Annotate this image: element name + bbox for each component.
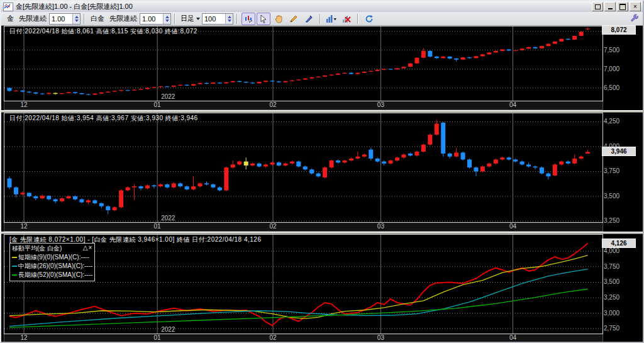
toolbar-separator	[319, 14, 321, 24]
month-label: 02	[265, 223, 280, 230]
bar-count-value: 100	[203, 15, 225, 23]
refresh-icon[interactable]	[362, 13, 376, 25]
trend-pen-icon[interactable]	[302, 13, 316, 25]
spin-up-icon[interactable]	[228, 16, 231, 18]
legend-title: 移動平均(金 白金)	[12, 244, 62, 253]
bar-count-spinner[interactable]: 100	[202, 13, 233, 25]
gold-multiplier-value: 1.00	[50, 15, 72, 23]
year-label: 2022	[161, 326, 175, 333]
gold-symbol-label: 金	[7, 14, 14, 23]
spread-line	[9, 244, 588, 326]
month-label: 12	[16, 101, 31, 108]
month-label: 03	[373, 334, 388, 341]
platinum-plot-frame: 日付:2022/04/18 始値:3,954 高値:3,967 安値:3,930…	[4, 113, 603, 223]
price-tick-label: 6,500	[604, 84, 631, 91]
year-label: 2022	[161, 93, 175, 100]
pane-platinum: 日付:2022/04/18 始値:3,954 高値:3,967 安値:3,930…	[1, 113, 644, 232]
platinum-last-price-tag: 3,946	[602, 147, 636, 156]
spin-up-icon[interactable]	[165, 16, 169, 18]
legend-label: 長期線(52)(0)(SMA)(C):----	[18, 271, 92, 279]
price-tick-label: 4,000	[604, 247, 631, 254]
spin-up-icon[interactable]	[75, 16, 79, 18]
spin-down-icon[interactable]	[165, 20, 169, 22]
platinum-daily-candles	[8, 120, 591, 214]
platinum-chart-plot[interactable]	[4, 113, 602, 222]
pane-gold: 日付:2022/04/18 始値:8,061 高値:8,115 安値:8,030…	[1, 26, 644, 110]
legend-row-long: 長期線(52)(0)(SMA)(C):----	[12, 271, 92, 279]
gold-multiplier-spinner[interactable]: 1.00	[49, 13, 80, 25]
restore-icon	[595, 4, 601, 9]
spinner-arrows[interactable]	[225, 14, 233, 24]
close-icon: ×	[633, 4, 637, 10]
spin-down-icon[interactable]	[75, 20, 79, 22]
minimize-icon	[608, 8, 613, 9]
price-tick-label: 2,750	[604, 325, 631, 332]
month-label: 12	[16, 334, 31, 341]
platinum-contract-label: 先限連続	[109, 14, 137, 23]
chart-window: 金[先限連続]1.00 - 白金[先限連続]1.00 × 金 先限連続 1.00…	[0, 0, 644, 343]
maximize-button[interactable]	[617, 2, 628, 11]
gold-info-line: 日付:2022/04/18 始値:8,061 高値:8,115 安値:8,030…	[9, 27, 197, 36]
price-tick-label: 3,250	[604, 217, 631, 224]
platinum-symbol-label: 白金	[91, 14, 104, 23]
sma-short-marker	[12, 257, 17, 258]
month-label: 12	[16, 223, 31, 230]
price-tick-label: 4,250	[604, 118, 631, 125]
period-label: 日足	[180, 14, 194, 23]
pencil-draw-icon[interactable]	[287, 13, 301, 25]
price-tick-label: 3,500	[604, 193, 631, 200]
month-label: 04	[505, 223, 520, 230]
close-button[interactable]: ×	[630, 2, 641, 11]
gold-plot-frame: 日付:2022/04/18 始値:8,061 高値:8,115 安値:8,030…	[4, 26, 603, 101]
chart-area: 日付:2022/04/18 始値:8,061 高値:8,115 安値:8,030…	[1, 26, 644, 343]
hand-pan-icon[interactable]	[272, 13, 286, 25]
price-tick-label: 7,000	[604, 65, 631, 72]
gold-time-axis: 1201020304	[4, 101, 603, 110]
indicator-chart-icon[interactable]	[325, 13, 338, 25]
delete-indicator-icon[interactable]	[340, 13, 353, 25]
price-tick-label: 7,500	[604, 47, 631, 53]
toolbar-separator	[236, 14, 238, 24]
price-tick-label: 3,250	[604, 294, 631, 301]
spin-down-icon[interactable]	[228, 20, 231, 22]
minimize-button[interactable]	[604, 2, 616, 11]
sma-mid-marker	[12, 266, 17, 267]
gold-chart-plot[interactable]	[4, 26, 602, 101]
month-label: 01	[150, 223, 165, 230]
period-dropdown[interactable]: 日足	[180, 14, 200, 23]
price-tick-label: 3,750	[604, 263, 631, 270]
gold-daily-candles	[8, 27, 591, 96]
legend-row-mid: 中期線(26)(0)(SMA)(C):----	[12, 262, 92, 271]
year-label: 2022	[161, 215, 175, 222]
price-tick-label: 3,750	[604, 167, 631, 174]
month-label: 04	[505, 101, 520, 108]
legend-close-button[interactable]: ×	[88, 244, 92, 251]
spinner-arrows[interactable]	[72, 14, 80, 24]
float-window-button[interactable]	[592, 2, 603, 11]
legend-label: 中期線(26)(0)(SMA)(C):----	[18, 262, 92, 271]
spread-last-value-tag: 4,126	[602, 239, 636, 248]
platinum-multiplier-spinner[interactable]: 1.00	[140, 13, 171, 25]
moving-average-legend[interactable]: 移動平均(金 白金) △× 短期線(9)(0)(SMA)(C):---- 中期線…	[9, 243, 95, 281]
window-title: 金[先限連続]1.00 - 白金[先限連続]1.00	[16, 2, 592, 11]
price-tick-label: 3,500	[604, 278, 631, 285]
titlebar[interactable]: 金[先限連続]1.00 - 白金[先限連続]1.00 ×	[1, 1, 643, 12]
platinum-multiplier-value: 1.00	[140, 15, 163, 23]
month-label: 01	[150, 101, 165, 108]
month-label: 02	[265, 101, 280, 108]
wrench-icon[interactable]	[630, 14, 639, 25]
maximize-icon	[619, 4, 626, 10]
sma-short	[9, 256, 588, 319]
spread-plot-frame: [金 先限連続 8,072×1.00] - [白金 先限連続 3,946×1.0…	[4, 234, 603, 334]
month-label: 03	[373, 101, 388, 108]
select-cursor-icon[interactable]	[257, 13, 270, 25]
chevron-down-icon	[196, 18, 200, 20]
platinum-info-line: 日付:2022/04/18 始値:3,954 高値:3,967 安値:3,930…	[9, 114, 198, 123]
toolbar: 金 先限連続 1.00 白金 先限連続 1.00 日足 100	[1, 12, 643, 26]
month-label: 04	[505, 334, 520, 341]
kline-cursor-icon[interactable]	[242, 13, 255, 25]
spinner-arrows[interactable]	[163, 14, 170, 24]
toolbar-separator	[84, 14, 85, 24]
spread-time-axis: 1201020304	[4, 334, 603, 343]
sma-long-marker	[12, 274, 17, 276]
